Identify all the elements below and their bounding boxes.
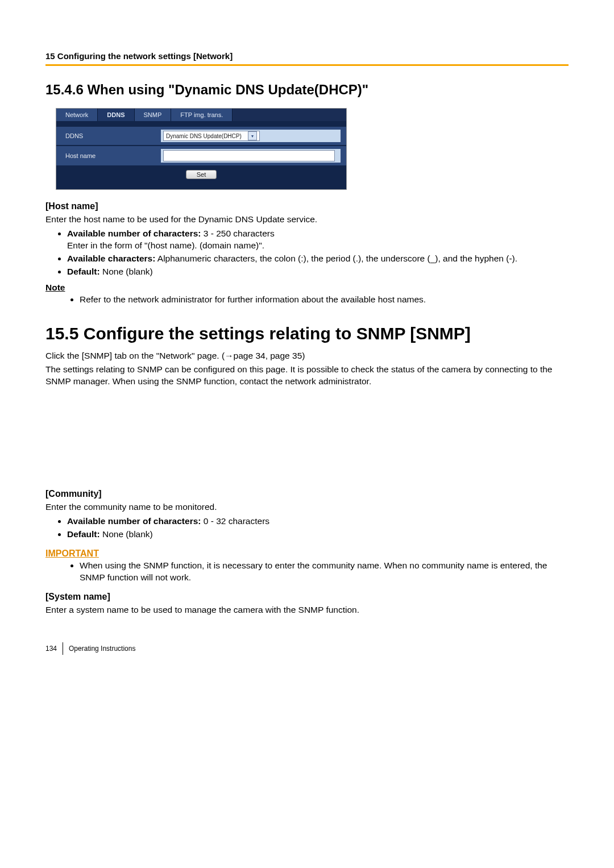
tab-snmp[interactable]: SNMP <box>135 109 172 121</box>
text: 3 - 250 characters <box>201 229 274 238</box>
systemname-heading: [System name] <box>45 592 569 602</box>
label: Available characters: <box>67 254 155 263</box>
list-item: Available characters: Alphanumeric chara… <box>67 253 569 265</box>
list-item: When using the SNMP function, it is nece… <box>80 560 569 584</box>
page-footer: 134 Operating Instructions <box>45 642 569 655</box>
ddns-mode-select[interactable]: Dynamic DNS Update(DHCP) ▾ <box>163 131 260 141</box>
hostname-bullets: Available number of characters: 3 - 250 … <box>45 228 569 278</box>
tab-ftp[interactable]: FTP img. trans. <box>171 109 233 121</box>
community-heading: [Community] <box>45 489 569 499</box>
hostname-heading: [Host name] <box>45 201 569 211</box>
text: Alphanumeric characters, the colon (:), … <box>155 254 517 263</box>
community-bullets: Available number of characters: 0 - 32 c… <box>45 516 569 541</box>
snmp-intro-2: The settings relating to SNMP can be con… <box>45 364 569 388</box>
ddns-settings-screenshot: Network DDNS SNMP FTP img. trans. DDNS D… <box>56 108 347 190</box>
text: 0 - 32 characters <box>201 516 269 526</box>
hostname-row-label: Host name <box>62 152 161 159</box>
section-title-155: 15.5 Configure the settings relating to … <box>45 324 569 343</box>
tab-spacer <box>233 109 346 121</box>
footer-title: Operating Instructions <box>69 645 135 653</box>
chapter-header: 15 Configuring the network settings [Net… <box>45 51 569 61</box>
label: Default: <box>67 529 100 539</box>
text: page 34, page 35) <box>234 351 305 360</box>
hostname-input[interactable] <box>163 150 335 161</box>
important-list: When using the SNMP function, it is nece… <box>45 560 569 584</box>
tab-ddns[interactable]: DDNS <box>98 109 134 121</box>
list-item: Available number of characters: 0 - 32 c… <box>67 516 569 528</box>
section-title-1546: 15.4.6 When using "Dynamic DNS Update(DH… <box>45 82 569 98</box>
page-number: 134 <box>45 645 57 653</box>
chevron-down-icon: ▾ <box>248 131 257 140</box>
set-button[interactable]: Set <box>186 170 217 179</box>
screenshot-placeholder <box>45 390 569 481</box>
list-item: Default: None (blank) <box>67 529 569 541</box>
community-desc: Enter the community name to be monitored… <box>45 501 569 513</box>
note-list: Refer to the network administrator for f… <box>45 294 569 306</box>
hostname-desc: Enter the host name to be used for the D… <box>45 214 569 226</box>
label: Available number of characters: <box>67 229 201 238</box>
list-item: Refer to the network administrator for f… <box>80 294 569 306</box>
text: Enter in the form of "(host name). (doma… <box>67 240 264 250</box>
snmp-intro-1: Click the [SNMP] tab on the "Network" pa… <box>45 350 569 362</box>
divider <box>63 642 63 655</box>
label: Default: <box>67 267 100 276</box>
ddns-row-label: DDNS <box>62 132 161 139</box>
text: Click the [SNMP] tab on the "Network" pa… <box>45 351 225 360</box>
note-heading: Note <box>45 283 569 293</box>
tab-network[interactable]: Network <box>56 109 98 121</box>
list-item: Default: None (blank) <box>67 266 569 278</box>
list-item: Available number of characters: 3 - 250 … <box>67 228 569 252</box>
ddns-mode-value: Dynamic DNS Update(DHCP) <box>166 133 242 139</box>
systemname-desc: Enter a system name to be used to manage… <box>45 604 569 616</box>
important-heading: IMPORTANT <box>45 549 569 559</box>
tab-bar: Network DDNS SNMP FTP img. trans. <box>56 109 346 121</box>
text: None (blank) <box>100 529 153 539</box>
text: None (blank) <box>100 267 153 276</box>
label: Available number of characters: <box>67 516 201 526</box>
divider <box>45 64 569 66</box>
